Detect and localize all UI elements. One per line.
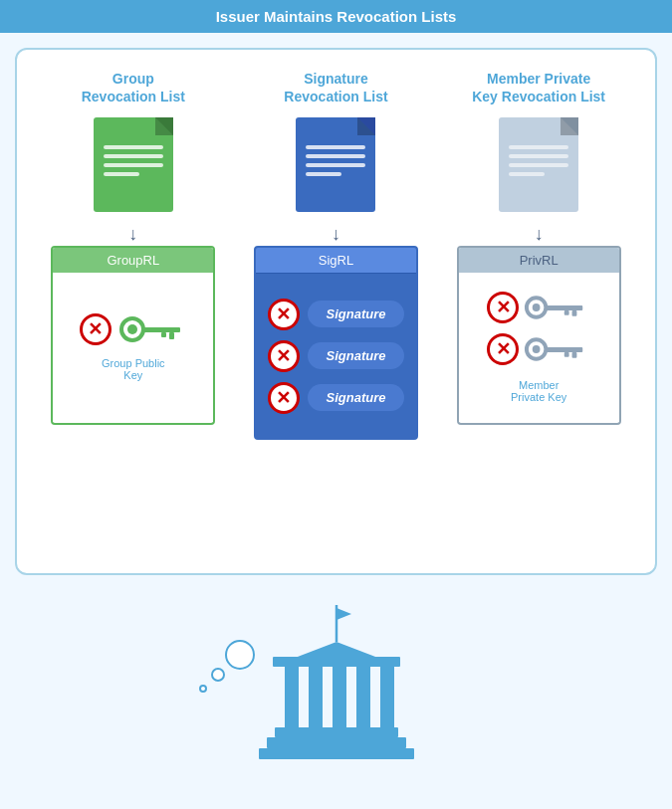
svg-rect-12 <box>546 347 582 352</box>
svg-rect-19 <box>309 665 323 729</box>
group-arrow: ↓ <box>128 225 137 243</box>
priv-arrow: ↓ <box>535 225 544 243</box>
svg-rect-20 <box>333 665 346 729</box>
sig-rl-header: SigRL <box>256 248 416 274</box>
priv-x-2: ✕ <box>487 333 519 365</box>
svg-rect-3 <box>169 332 174 339</box>
columns-container: GroupRevocation List ↓ GroupRL <box>37 70 635 440</box>
group-key-label: Group PublicKey <box>102 357 165 381</box>
svg-rect-24 <box>267 737 406 748</box>
svg-point-11 <box>533 345 541 353</box>
page-header: Issuer Maintains Revocation Lists <box>0 0 672 33</box>
svg-rect-21 <box>356 665 370 729</box>
priv-key-icon-2 <box>523 335 590 363</box>
sig-x-1: ✕ <box>268 299 300 330</box>
priv-key-item-1: ✕ <box>487 292 590 323</box>
sig-revocation-column: SignatureRevocation List ↓ SigRL <box>249 70 423 440</box>
svg-rect-25 <box>259 748 414 759</box>
sig-x-2: ✕ <box>268 340 300 372</box>
svg-rect-26 <box>273 657 400 667</box>
priv-doc-icon <box>499 117 578 212</box>
svg-rect-9 <box>564 310 569 315</box>
bottom-section <box>0 595 672 794</box>
group-key-icon <box>117 314 187 344</box>
bubble-small-2 <box>211 668 225 682</box>
building-icon <box>257 600 416 779</box>
svg-rect-7 <box>546 305 582 310</box>
bubble-medium <box>225 640 255 670</box>
svg-point-6 <box>533 303 541 311</box>
svg-rect-2 <box>142 327 180 332</box>
priv-key-item-2: ✕ <box>487 333 590 365</box>
sig-x-3: ✕ <box>268 382 300 414</box>
svg-rect-13 <box>572 352 577 358</box>
priv-key-label: MemberPrivate Key <box>511 379 566 403</box>
priv-revocation-column: Member PrivateKey Revocation List ↓ Priv… <box>452 70 626 425</box>
priv-x-1: ✕ <box>487 292 519 323</box>
sig-doc-icon <box>296 117 375 212</box>
svg-rect-14 <box>564 352 569 357</box>
sig-rl-box: SigRL ✕ Signature ✕ Signature ✕ Signatur… <box>254 246 418 440</box>
header-title: Issuer Maintains Revocation Lists <box>216 8 457 25</box>
svg-rect-4 <box>161 332 166 337</box>
sig-pill-3: Signature <box>308 384 404 411</box>
group-rl-header: GroupRL <box>53 248 213 273</box>
priv-rl-header: PrivRL <box>459 248 619 273</box>
sig-arrow: ↓ <box>332 225 340 243</box>
group-key-row: ✕ <box>80 313 187 345</box>
priv-rl-box: PrivRL ✕ ✕ <box>457 246 621 425</box>
priv-rl-content: ✕ ✕ <box>459 273 619 422</box>
priv-col-title: Member PrivateKey Revocation List <box>472 70 605 105</box>
sig-pill-1: Signature <box>308 301 404 327</box>
svg-rect-8 <box>572 310 577 316</box>
sig-col-title: SignatureRevocation List <box>284 70 387 105</box>
main-container: GroupRevocation List ↓ GroupRL <box>15 48 657 575</box>
bubble-small-1 <box>199 685 207 693</box>
group-doc-icon <box>94 117 173 212</box>
group-rl-box: GroupRL ✕ Group PublicKey <box>51 246 215 425</box>
priv-key-icon-1 <box>523 294 590 321</box>
sig-row-3: ✕ Signature <box>262 382 410 414</box>
sig-pill-2: Signature <box>308 342 404 369</box>
group-rl-content: ✕ Group PublicKey <box>53 273 213 422</box>
sig-row-2: ✕ Signature <box>262 340 410 372</box>
group-x-circle: ✕ <box>80 313 112 345</box>
sig-row-1: ✕ Signature <box>262 299 410 330</box>
svg-rect-23 <box>275 727 398 737</box>
svg-point-1 <box>127 324 137 334</box>
group-revocation-column: GroupRevocation List ↓ GroupRL <box>46 70 220 425</box>
sig-rl-content: ✕ Signature ✕ Signature ✕ Signature <box>256 274 416 438</box>
svg-rect-18 <box>285 665 299 729</box>
svg-rect-22 <box>380 665 394 729</box>
group-col-title: GroupRevocation List <box>82 70 185 105</box>
svg-marker-16 <box>336 608 351 620</box>
